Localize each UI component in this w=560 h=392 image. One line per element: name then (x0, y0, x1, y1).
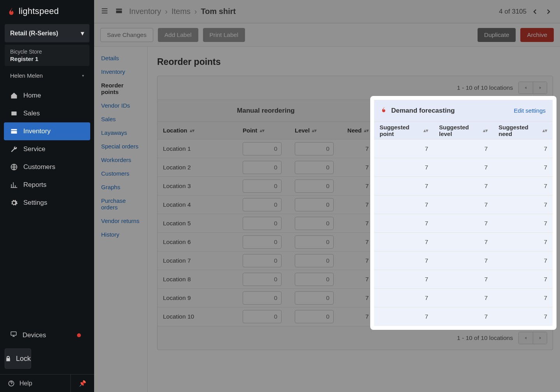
nav-customers[interactable]: Customers (0, 158, 94, 176)
reorder-card: 1 - 10 of 10 locations Manual reordering (157, 76, 553, 350)
point-input[interactable] (243, 142, 282, 155)
nav-service[interactable]: Service (0, 140, 94, 158)
breadcrumb-inventory[interactable]: Inventory (129, 7, 161, 16)
pager-next[interactable] (533, 332, 547, 344)
svg-rect-1 (11, 129, 17, 130)
add-label-button[interactable]: Add Label (158, 28, 198, 42)
table-row: Location 27 (158, 158, 374, 177)
subnav-reorder-points[interactable]: Reorder points (94, 78, 147, 99)
pager-next[interactable] (543, 6, 554, 17)
subnav-special-orders[interactable]: Special orders (94, 139, 147, 153)
hamburger-button[interactable] (100, 7, 109, 16)
nav-devices[interactable]: Devices (0, 326, 94, 345)
nav-home[interactable]: Home (0, 87, 94, 105)
level-input[interactable] (295, 161, 334, 174)
level-input[interactable] (295, 198, 334, 211)
subnav-workorders[interactable]: Workorders (94, 153, 147, 167)
subnav-history[interactable]: History (94, 228, 147, 241)
lock-button[interactable]: Lock (5, 348, 31, 369)
pin-button[interactable]: 📌 (71, 375, 94, 392)
record-pager: 4 of 3105 (499, 6, 554, 17)
nav-inventory[interactable]: Inventory (4, 122, 90, 140)
save-button[interactable]: Save Changes (100, 28, 153, 42)
level-input[interactable] (295, 217, 334, 230)
point-input[interactable] (243, 254, 282, 267)
pager-next[interactable] (533, 82, 547, 94)
point-input[interactable] (243, 198, 282, 211)
archive-button[interactable]: Archive (520, 28, 554, 42)
col-need[interactable]: Need▴▾ (341, 127, 374, 134)
pager-prev[interactable] (530, 6, 541, 17)
level-input[interactable] (295, 142, 334, 155)
cell-suggested-level: 7 (434, 257, 493, 264)
help-button[interactable]: Help (0, 375, 71, 392)
level-input[interactable] (295, 273, 334, 286)
col-suggested-level[interactable]: Suggested level▴▾ (434, 124, 493, 137)
subnav-customers[interactable]: Customers (94, 167, 147, 180)
point-input[interactable] (243, 179, 282, 193)
series-select[interactable]: Retail (R-Series) ▾ (5, 24, 89, 42)
subnav-purchase-orders[interactable]: Purchase orders (94, 194, 147, 214)
nav-label: Settings (23, 199, 47, 207)
table-row: Location 97 (158, 289, 374, 307)
nav-reports[interactable]: Reports (0, 176, 94, 194)
cell-suggested-level: 7 (434, 294, 493, 301)
nav-settings[interactable]: Settings (0, 194, 94, 212)
pager-range: 1 - 10 of 10 locations (457, 84, 513, 91)
col-level[interactable]: Level▴▾ (289, 127, 341, 134)
table-row: Location 47 (158, 195, 374, 214)
cell-location: Location 7 (158, 257, 237, 264)
subnav-vendor-ids[interactable]: Vendor IDs (94, 99, 147, 112)
level-input[interactable] (295, 291, 334, 305)
point-input[interactable] (243, 235, 282, 249)
subnav-sales[interactable]: Sales (94, 112, 147, 126)
duplicate-button[interactable]: Duplicate (478, 28, 516, 42)
cell-location: Location 3 (158, 183, 237, 190)
cell-suggested-need: 7 (493, 164, 553, 171)
cell-suggested-point: 7 (374, 201, 434, 208)
edit-settings-link[interactable]: Edit settings (514, 107, 546, 114)
pager-range: 1 - 10 of 10 locations (457, 335, 513, 341)
cell-suggested-point: 7 (374, 276, 434, 283)
nav-label: Customers (23, 163, 55, 171)
subnav-details[interactable]: Details (94, 51, 147, 65)
item-subnav: DetailsInventoryReorder pointsVendor IDs… (94, 47, 148, 392)
subnav-inventory[interactable]: Inventory (94, 65, 147, 78)
lock-label: Lock (16, 355, 31, 363)
point-input[interactable] (243, 310, 282, 323)
level-input[interactable] (295, 179, 334, 193)
nav-sales[interactable]: Sales (0, 105, 94, 122)
level-input[interactable] (295, 310, 334, 323)
cell-need: 7 (341, 294, 374, 301)
col-suggested-need[interactable]: Suggested need▴▾ (493, 124, 553, 137)
cell-suggested-level: 7 (434, 220, 493, 227)
cell-suggested-need: 7 (493, 257, 553, 264)
sidebar: lightspeed Retail (R-Series) ▾ Bicycle S… (0, 0, 94, 392)
subnav-graphs[interactable]: Graphs (94, 180, 147, 194)
level-input[interactable] (295, 235, 334, 249)
pager-prev[interactable] (519, 332, 533, 344)
cell-suggested-level: 7 (434, 276, 493, 283)
gear-icon (10, 199, 18, 207)
subnav-layaways[interactable]: Layaways (94, 126, 147, 139)
cell-suggested-level: 7 (434, 164, 493, 171)
subnav-vendor-returns[interactable]: Vendor returns (94, 214, 147, 228)
col-point[interactable]: Point▴▾ (237, 127, 289, 134)
col-suggested-point[interactable]: Suggested point▴▾ (374, 124, 434, 137)
pin-icon: 📌 (79, 380, 86, 387)
chart-icon (10, 181, 18, 189)
store-select[interactable]: Bicycle Store Register 1 (5, 45, 89, 66)
level-input[interactable] (295, 254, 334, 267)
cell-location: Location 9 (158, 294, 237, 301)
user-menu[interactable]: Helen Melen ▾ (10, 72, 89, 79)
point-input[interactable] (243, 291, 282, 305)
print-label-button[interactable]: Print Label (203, 28, 245, 42)
cell-suggested-point: 7 (374, 220, 434, 227)
point-input[interactable] (243, 161, 282, 174)
col-location[interactable]: Location▴▾ (158, 127, 237, 134)
point-input[interactable] (243, 217, 282, 230)
nav-label: Devices (23, 331, 46, 339)
breadcrumb-items[interactable]: Items (172, 7, 191, 16)
point-input[interactable] (243, 273, 282, 286)
pager-prev[interactable] (519, 82, 533, 94)
